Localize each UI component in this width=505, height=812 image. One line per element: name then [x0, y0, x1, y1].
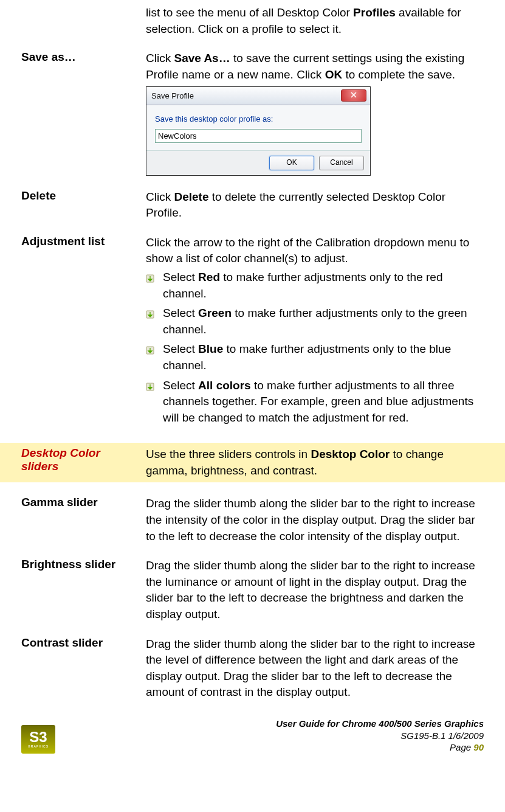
delete-label: Delete	[21, 189, 146, 221]
text: Click	[146, 52, 174, 64]
footer-title: User Guide for Chrome 400/500 Series Gra…	[55, 718, 484, 730]
desktop-color-sliders-row: Desktop Color sliders Use the three slid…	[0, 443, 505, 482]
bullet-text: Select All colors to make further adjust…	[163, 378, 484, 426]
text: Select	[163, 342, 198, 355]
text: Select	[163, 379, 198, 392]
text: to complete the save.	[342, 68, 455, 81]
save-as-row: Save as… Click Save As… to save the curr…	[21, 50, 484, 175]
bold-text: Delete	[174, 190, 208, 203]
bold-text: Profiles	[353, 6, 396, 19]
bold-text: Blue	[198, 342, 223, 355]
bold-text: Green	[198, 307, 232, 319]
arrow-down-icon	[146, 341, 163, 373]
text: Click	[146, 190, 174, 203]
save-profile-dialog: Save Profile Save this desktop color pro…	[146, 86, 371, 175]
gamma-slider-row: Gamma slider Drag the slider thumb along…	[21, 496, 484, 544]
close-button[interactable]	[341, 89, 366, 102]
page-footer: S3 GRAPHICS User Guide for Chrome 400/50…	[0, 714, 505, 760]
bullet-list: Select Red to make further adjustments o…	[146, 269, 484, 426]
bold-text: Save As…	[174, 52, 230, 64]
bold-text: Red	[198, 271, 220, 283]
delete-desc: Click Delete to delete the currently sel…	[146, 189, 484, 221]
adjustment-list-row: Adjustment list Click the arrow to the r…	[21, 235, 484, 430]
list-item: Select Red to make further adjustments o…	[146, 269, 484, 302]
text: Select	[163, 307, 198, 319]
gamma-label: Gamma slider	[21, 496, 146, 544]
desktop-color-label: Desktop Color sliders	[21, 446, 146, 479]
button-label: Cancel	[330, 158, 352, 168]
dialog-body: Save this desktop color profile as:	[146, 105, 370, 150]
footer-doc-info: SG195-B.1 1/6/2009	[55, 730, 484, 742]
list-item: Select Green to make further adjustments…	[146, 305, 484, 338]
cancel-button[interactable]: Cancel	[319, 156, 364, 170]
bold-text: Desktop Color	[311, 448, 390, 460]
bold-text: All colors	[198, 379, 251, 392]
contrast-slider-row: Contrast slider Drag the slider thumb al…	[21, 636, 484, 701]
delete-row: Delete Click Delete to delete the curren…	[21, 189, 484, 221]
save-as-desc: Click Save As… to save the current setti…	[146, 50, 484, 175]
arrow-down-icon	[146, 378, 163, 426]
footer-text: User Guide for Chrome 400/500 Series Gra…	[55, 718, 484, 754]
adjustment-list-desc: Click the arrow to the right of the Cali…	[146, 235, 484, 430]
gamma-desc: Drag the slider thumb along the slider b…	[146, 496, 484, 544]
arrow-down-icon	[146, 305, 163, 338]
text: Click the arrow to the right of the Cali…	[146, 236, 469, 265]
ok-button[interactable]: OK	[269, 156, 314, 170]
brightness-slider-row: Brightness slider Drag the slider thumb …	[21, 558, 484, 622]
arrow-down-icon	[146, 269, 163, 302]
bullet-text: Select Blue to make further adjustments …	[163, 341, 484, 373]
s3-logo: S3 GRAPHICS	[21, 725, 55, 754]
desktop-color-desc: Use the three sliders controls in Deskto…	[146, 446, 484, 479]
page-content: list to see the menu of all Desktop Colo…	[0, 5, 505, 701]
save-as-label: Save as…	[21, 50, 146, 175]
bullet-text: Select Red to make further adjustments o…	[163, 269, 484, 302]
dialog-prompt: Save this desktop color profile as:	[155, 114, 362, 125]
close-icon	[351, 91, 357, 101]
bullet-text: Select Green to make further adjustments…	[163, 305, 484, 338]
profile-name-input[interactable]	[155, 129, 362, 143]
dialog-title: Save Profile	[151, 91, 194, 102]
text: Select	[163, 271, 198, 283]
intro-text: list to see the menu of all Desktop Colo…	[146, 5, 484, 37]
brightness-label: Brightness slider	[21, 558, 146, 622]
page-label: Page	[450, 742, 473, 752]
bold-text: OK	[325, 68, 343, 81]
footer-page: Page 90	[55, 741, 484, 754]
button-label: OK	[286, 158, 297, 168]
page-number: 90	[473, 742, 484, 752]
list-item: Select Blue to make further adjustments …	[146, 341, 484, 373]
adjustment-list-label: Adjustment list	[21, 235, 146, 430]
text: Use the three sliders controls in	[146, 448, 311, 460]
text: list to see the menu of all Desktop Colo…	[146, 6, 353, 19]
intro-row: list to see the menu of all Desktop Colo…	[21, 5, 484, 37]
brightness-desc: Drag the slider thumb along the slider b…	[146, 558, 484, 622]
contrast-desc: Drag the slider thumb along the slider b…	[146, 636, 484, 701]
list-item: Select All colors to make further adjust…	[146, 378, 484, 426]
dialog-titlebar: Save Profile	[146, 87, 370, 105]
logo-subtext: GRAPHICS	[28, 744, 49, 748]
dialog-buttons: OK Cancel	[146, 150, 370, 175]
contrast-label: Contrast slider	[21, 636, 146, 701]
logo-text: S3	[29, 730, 47, 744]
